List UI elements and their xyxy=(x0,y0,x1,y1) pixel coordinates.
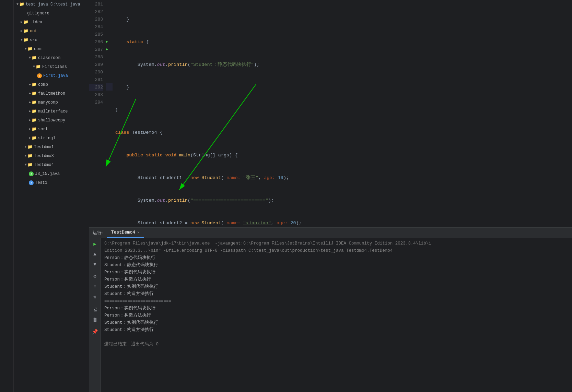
terminal-output-11: Student：构造方法执行 xyxy=(104,326,569,334)
code-line-288: Student student1 = new Student( name: "张… xyxy=(115,174,572,182)
sidebar-label: First.java xyxy=(43,72,68,80)
sidebar-item-gitignore[interactable]: .gitignore xyxy=(14,9,89,18)
expand-arrow: ▼ xyxy=(25,161,27,169)
sidebar-item-testdmo1[interactable]: ▶ 📁 Testdmo1 xyxy=(14,143,89,152)
expand-arrow: ▼ xyxy=(33,63,35,71)
folder-icon: 📁 xyxy=(32,99,37,106)
terminal-content[interactable]: C:\Program Files\java\jdk-17\bin\java.ex… xyxy=(101,238,572,392)
run-settings-button[interactable]: ⚙ xyxy=(91,272,100,281)
java-file-icon: J xyxy=(29,180,34,185)
run-label: 运行: xyxy=(93,230,104,236)
sidebar-item-first-java[interactable]: J First.java xyxy=(14,71,89,80)
sidebar-item-testdmo3[interactable]: ▶ 📁 Testdmo3 xyxy=(14,152,89,161)
terminal-cmd-line1: C:\Program Files\java\jdk-17\bin\java.ex… xyxy=(104,240,569,247)
code-lines[interactable]: } static { System.out.println("Student：静… xyxy=(113,0,572,227)
sidebar-item-idea[interactable]: ▶ 📁 .idea xyxy=(14,18,89,27)
run-down-button[interactable]: ▼ xyxy=(91,260,100,269)
run-play-button[interactable]: ▶ xyxy=(91,239,100,248)
folder-icon: 📁 xyxy=(32,90,37,97)
gutter: ▶ ▶ xyxy=(106,0,113,227)
folder-icon: 📁 xyxy=(23,36,28,44)
sidebar-item-shallowcopy[interactable]: ▶ 📁 shallowcopy xyxy=(14,116,89,125)
sidebar-item-classroom[interactable]: ▼ 📁 classroom xyxy=(14,54,89,62)
terminal-tab[interactable]: TestDemo4 ✕ xyxy=(107,228,144,238)
terminal-cmd-line2: Edition 2023.3...\bin" -Dfile.encoding=U… xyxy=(104,247,569,254)
sidebar-label: .gitignore xyxy=(25,10,49,17)
code-line-289: System.out.println("====================… xyxy=(115,197,572,204)
expand-arrow: ▶ xyxy=(29,90,31,97)
code-line-284: } xyxy=(115,84,572,91)
sidebar-label: comp xyxy=(38,81,48,88)
sidebar-item-testdmo4[interactable]: ▼ 📁 Testdmo4 xyxy=(14,161,89,169)
sidebar-label: .idea xyxy=(30,19,42,26)
expand-arrow: ▶ xyxy=(29,99,31,106)
sidebar-item-sort[interactable]: ▶ 📁 sort xyxy=(14,125,89,134)
sidebar-item-test1[interactable]: J Test1 xyxy=(14,178,89,187)
run-pin-button[interactable]: 📌 xyxy=(91,327,100,336)
code-line-286: class TestDemo4 { xyxy=(115,129,572,136)
folder-icon: 📁 xyxy=(32,117,37,124)
folder-icon: 📁 xyxy=(32,108,37,115)
folder-icon: 📁 xyxy=(36,63,41,71)
sidebar-item-firstclass[interactable]: ▼ 📁 Firstclass xyxy=(14,62,89,71)
sidebar-item-j3-15-java[interactable]: J J3_15.java xyxy=(14,169,89,178)
sidebar-item-out[interactable]: ▶ 📁 out xyxy=(14,27,89,36)
run-up-button[interactable]: ▲ xyxy=(91,250,100,259)
folder-icon: 📁 xyxy=(27,143,33,151)
run-button-286[interactable]: ▶ xyxy=(106,39,108,44)
sidebar-label: Firstclass xyxy=(42,63,67,71)
folder-icon: 📁 xyxy=(19,1,24,8)
sidebar-item-src[interactable]: ▼ 📁 src xyxy=(14,36,89,45)
sidebar-item-string1[interactable]: ▶ 📁 string1 xyxy=(14,134,89,143)
sidebar-item-faultmethon[interactable]: ▶ 📁 faultmethon xyxy=(14,89,89,98)
terminal-output-7: ========================== xyxy=(104,298,569,305)
sidebar-label: Test1 xyxy=(35,179,47,187)
run-print-button[interactable]: 🖨 xyxy=(91,305,100,314)
java-file-icon: J xyxy=(37,73,42,78)
terminal-output-8: Person：实例代码块执行 xyxy=(104,305,569,312)
terminal-output-6: Student：构造方法执行 xyxy=(104,290,569,298)
terminal-output-2: Student：静态代码块执行 xyxy=(104,262,569,269)
run-button-287[interactable]: ▶ xyxy=(106,47,108,52)
folder-icon: 📁 xyxy=(32,134,37,142)
terminal-close-button[interactable]: ✕ xyxy=(137,230,140,235)
sidebar-item-manycomp[interactable]: ▶ 📁 manycomp xyxy=(14,98,89,107)
code-line-290: Student student2 = new Student( name: "x… xyxy=(115,219,572,227)
expand-arrow: ▼ xyxy=(16,1,19,8)
sidebar-item-com[interactable]: ▼ 📁 com xyxy=(14,45,89,54)
main-area: 281 282 283 284 285 286 287 288 289 290 … xyxy=(89,0,572,392)
run-delete-button[interactable]: 🗑 xyxy=(91,316,100,324)
expand-arrow: ▶ xyxy=(29,108,31,115)
terminal-output-3: Person：实例代码块执行 xyxy=(104,269,569,276)
sidebar-item-test-java[interactable]: ▼ 📁 test_java C:\test_java xyxy=(14,0,89,9)
run-sort-button[interactable]: ⇅ xyxy=(91,292,100,301)
run-align-button[interactable]: ≡ xyxy=(91,282,100,291)
sidebar-label: Testdmo4 xyxy=(34,161,54,169)
java-file-icon: J xyxy=(29,171,34,176)
code-editor[interactable]: 281 282 283 284 285 286 287 288 289 290 … xyxy=(89,0,572,227)
code-line-281: } xyxy=(115,16,572,23)
folder-icon: 📁 xyxy=(27,161,33,169)
expand-arrow: ▶ xyxy=(21,27,23,35)
sidebar-item-mullnterface[interactable]: ▶ 📁 mullnterface xyxy=(14,107,89,116)
line-numbers: 281 282 283 284 285 286 287 288 289 290 … xyxy=(89,0,106,227)
code-line-287: public static void main(String[] args) { xyxy=(115,152,572,159)
sidebar-label: com xyxy=(34,45,42,53)
sidebar-item-comp[interactable]: ▶ 📁 comp xyxy=(14,80,89,89)
sidebar-label: sort xyxy=(38,126,48,133)
terminal-output-5: Student：实例代码块执行 xyxy=(104,283,569,290)
sidebar-label: Testdmo3 xyxy=(34,152,54,160)
terminal-body: ▶ ▲ ▼ ⚙ ≡ ⇅ 🖨 🗑 📌 C:\Program Files\java\… xyxy=(89,238,572,392)
code-line-283: System.out.println("Student：静态代码块执行"); xyxy=(115,61,572,69)
sidebar-label: out xyxy=(30,27,37,35)
terminal-output-4: Person：构造方法执行 xyxy=(104,276,569,283)
sidebar-label: src xyxy=(30,36,37,44)
expand-arrow: ▶ xyxy=(25,152,27,160)
terminal-output-blank xyxy=(104,334,569,341)
sidebar-label: string1 xyxy=(38,134,55,142)
left-toolbar xyxy=(0,0,14,392)
terminal-exit-message: 进程已结束，退出代码为 0 xyxy=(104,341,569,348)
file-tree: ▼ 📁 test_java C:\test_java .gitignore ▶ … xyxy=(14,0,89,392)
sidebar-label: shallowcopy xyxy=(38,117,65,124)
terminal-header: 运行: TestDemo4 ✕ xyxy=(89,228,572,238)
